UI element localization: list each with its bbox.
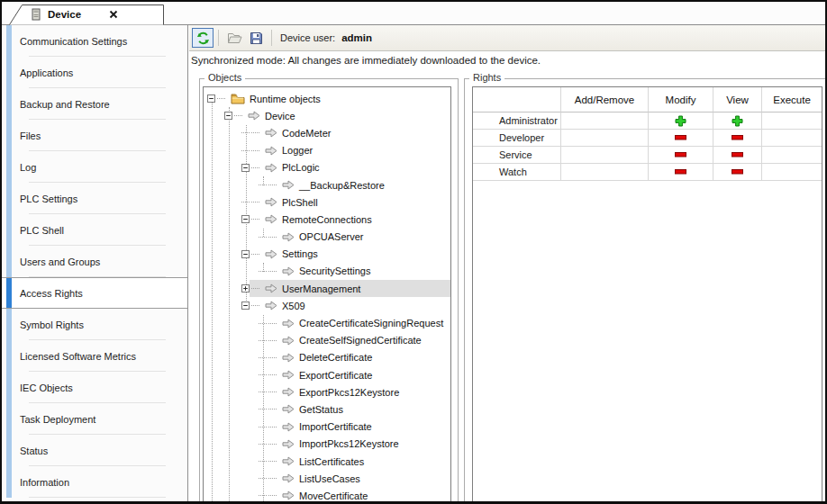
tree-connector — [259, 340, 267, 341]
sidebar-item-label: PLC Settings — [20, 194, 77, 204]
permission-cell-minus[interactable] — [713, 130, 762, 147]
sidebar: Communication SettingsApplicationsBackup… — [2, 25, 188, 501]
tree-node-plclogic[interactable]: PlcLogic — [204, 159, 450, 176]
tree-node-codemeter[interactable]: CodeMeter — [204, 124, 450, 141]
runtime-object-arrow-icon — [282, 353, 295, 363]
tree-node-listcertificates[interactable]: ListCertificates — [204, 453, 450, 470]
accent-bar — [6, 340, 12, 372]
collapse-expander-icon[interactable] — [241, 215, 250, 223]
tree-node-securitysettings[interactable]: SecuritySettings — [204, 263, 450, 280]
tree-node-logger[interactable]: Logger — [204, 142, 450, 159]
sidebar-item-communication-settings[interactable]: Communication Settings — [2, 25, 187, 57]
tree-connector — [241, 202, 250, 202]
tree-node-label: UserManagement — [282, 284, 360, 294]
tab-device[interactable]: Device — [9, 4, 165, 25]
sidebar-item-status[interactable]: Status — [2, 435, 187, 466]
toolbar: Device user: admin — [189, 25, 825, 51]
refresh-button[interactable] — [192, 28, 214, 48]
tree-node-settings[interactable]: Settings — [204, 246, 450, 263]
sidebar-item-backup-and-restore[interactable]: Backup and Restore — [2, 88, 187, 120]
sidebar-item-log[interactable]: Log — [2, 151, 187, 183]
close-icon[interactable] — [109, 10, 118, 19]
tree-connector — [259, 237, 267, 238]
tree-node-importpkcs12keystore[interactable]: ImportPkcs12Keystore — [204, 436, 450, 453]
permission-cell-minus[interactable] — [713, 164, 762, 181]
tree-node-createselfsignedcertificate[interactable]: CreateSelfSignedCertificate — [204, 332, 450, 349]
save-button[interactable] — [245, 28, 267, 48]
device-user-value: admin — [341, 32, 372, 43]
sidebar-item-task-deployment[interactable]: Task Deployment — [2, 403, 187, 435]
sidebar-item-users-and-groups[interactable]: Users and Groups — [2, 246, 187, 277]
runtime-object-arrow-icon — [265, 146, 277, 156]
runtime-object-arrow-icon — [282, 319, 295, 328]
tree-node-exportpkcs12keystore[interactable]: ExportPkcs12Keystore — [204, 383, 450, 400]
permission-cell[interactable] — [561, 130, 649, 147]
sidebar-item-files[interactable]: Files — [2, 120, 187, 151]
tree-connector — [259, 357, 267, 358]
rights-header-row: Add/RemoveModifyViewExecute — [473, 87, 822, 112]
tree-node-backup-restore[interactable]: __Backup&Restore — [204, 176, 450, 194]
tree-node-plcshell[interactable]: PlcShell — [204, 194, 450, 211]
floppy-disk-icon — [250, 32, 263, 45]
role-label: Watch — [473, 164, 561, 181]
tree-node-remoteconnections[interactable]: RemoteConnections — [204, 211, 450, 228]
tree-node-label: ImportCertificate — [299, 421, 372, 432]
expand-expander-icon[interactable] — [241, 284, 250, 292]
permission-cell[interactable] — [762, 147, 822, 164]
tree-node-device[interactable]: Device — [204, 107, 450, 124]
tree-node-runtime-objects[interactable]: Runtime objects — [204, 90, 450, 107]
runtime-object-arrow-icon — [282, 404, 295, 414]
sidebar-item-applications[interactable]: Applications — [2, 57, 187, 88]
tree-node-deletecertificate[interactable]: DeleteCertificate — [204, 349, 450, 366]
sidebar-item-label: Task Deployment — [20, 414, 95, 425]
tree-connector — [268, 444, 277, 445]
sidebar-item-access-rights[interactable]: Access Rights — [2, 277, 187, 309]
permission-cell-plus[interactable] — [713, 112, 762, 130]
sidebar-item-licensed-software-metrics[interactable]: Licensed Software Metrics — [2, 340, 187, 372]
tree-node-movecertificate[interactable]: MoveCertificate — [204, 487, 450, 504]
sidebar-item-symbol-rights[interactable]: Symbol Rights — [2, 309, 187, 340]
sidebar-item-plc-settings[interactable]: PLC Settings — [2, 183, 187, 214]
sidebar-item-label: Licensed Software Metrics — [20, 351, 136, 362]
tree-connector — [268, 461, 277, 462]
tree-node-listusecases[interactable]: ListUseCases — [204, 470, 450, 487]
sidebar-item-information[interactable]: Information — [2, 466, 187, 498]
sidebar-item-plc-shell[interactable]: PLC Shell — [2, 214, 187, 246]
tab-title: Device — [48, 9, 81, 20]
collapse-expander-icon[interactable] — [241, 164, 250, 172]
permission-cell-minus[interactable] — [649, 164, 713, 181]
tree-node-label: GetStatus — [299, 404, 343, 415]
permission-cell[interactable] — [561, 147, 649, 164]
open-button[interactable] — [223, 28, 245, 48]
permission-cell-plus[interactable] — [649, 112, 713, 130]
permission-cell[interactable] — [561, 164, 649, 181]
tree-node-importcertificate[interactable]: ImportCertificate — [204, 418, 450, 436]
tree-node-label: ExportCertificate — [299, 370, 372, 381]
tree-node-opcuaserver[interactable]: OPCUAServer — [204, 229, 450, 246]
tree-node-createcertificatesigningrequest[interactable]: CreateCertificateSigningRequest — [204, 314, 450, 331]
collapse-expander-icon[interactable] — [241, 250, 250, 258]
tree-node-x509[interactable]: X509 — [204, 297, 450, 314]
sidebar-item-iec-objects[interactable]: IEC Objects — [2, 372, 187, 403]
permission-cell-minus[interactable] — [649, 147, 713, 164]
tree-node-exportcertificate[interactable]: ExportCertificate — [204, 366, 450, 383]
tree-node-usermanagement[interactable]: UserManagement — [204, 280, 450, 297]
rights-row-service: Service — [473, 147, 822, 164]
tree-connector — [259, 461, 267, 462]
tree-node-getstatus[interactable]: GetStatus — [204, 400, 450, 418]
collapse-expander-icon[interactable] — [207, 94, 215, 103]
collapse-expander-icon[interactable] — [241, 302, 250, 310]
runtime-object-arrow-icon — [265, 128, 277, 138]
permission-cell-minus[interactable] — [713, 147, 762, 164]
tree-node-label: ListUseCases — [299, 473, 360, 484]
tree-connector — [268, 374, 277, 375]
permission-cell[interactable] — [762, 130, 822, 147]
collapse-expander-icon[interactable] — [224, 112, 232, 120]
permission-cell[interactable] — [762, 112, 822, 130]
permission-cell-minus[interactable] — [649, 130, 713, 147]
tree-connector — [268, 478, 277, 479]
permission-cell[interactable] — [762, 164, 822, 181]
tree-connector — [268, 392, 277, 392]
runtime-object-arrow-icon — [265, 163, 277, 173]
permission-cell[interactable] — [561, 112, 649, 130]
